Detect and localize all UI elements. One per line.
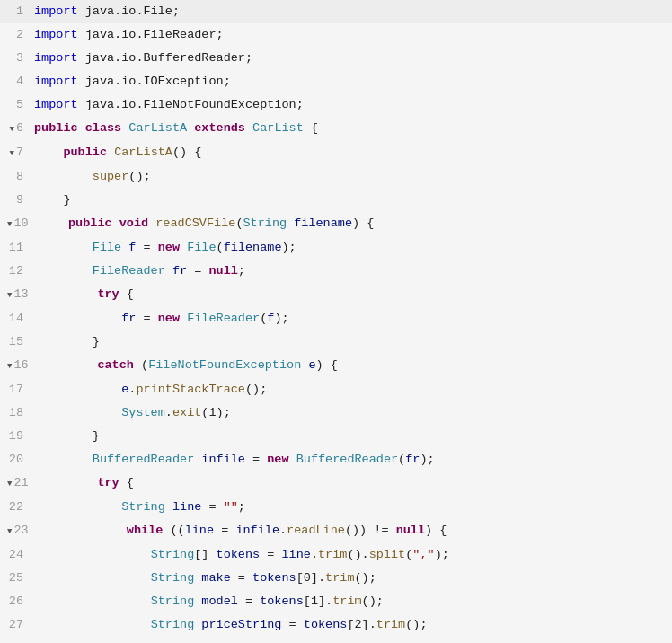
line-content: String make = tokens[0].trim();	[34, 567, 672, 590]
code-line: ▼21 try {	[0, 471, 672, 496]
line-content: import java.io.FileNotFoundException;	[34, 93, 672, 117]
line-content: System.exit(1);	[34, 401, 672, 425]
code-line: 20 BufferedReader infile = new BufferedR…	[0, 448, 672, 471]
code-line: ▼23 while ((line = infile.readLine()) !=…	[0, 519, 672, 543]
line-content: }	[34, 330, 672, 354]
code-line: ▼13 try {	[0, 283, 672, 307]
line-number: ▼23	[0, 519, 40, 543]
line-content: public CarListA() {	[34, 141, 672, 164]
code-line: 27 String priceString = tokens[2].trim()…	[0, 613, 672, 637]
code-line: 4import java.io.IOException;	[0, 70, 672, 93]
line-number: 26	[0, 590, 34, 613]
line-number: 17	[0, 378, 34, 401]
line-content: e.printStackTrace();	[34, 378, 672, 401]
line-number: 22	[0, 496, 34, 519]
code-line: 22 String line = "";	[0, 496, 672, 519]
line-content: catch (FileNotFoundException e) {	[40, 354, 672, 377]
code-line: 3import java.io.BufferedReader;	[0, 47, 672, 70]
code-line: 19 }	[0, 425, 672, 448]
code-editor: 1import java.io.File;2import java.io.Fil…	[0, 0, 672, 643]
code-line: 26 String model = tokens[1].trim();	[0, 590, 672, 613]
line-content: import java.io.FileReader;	[34, 23, 672, 47]
line-content: import java.io.BufferedReader;	[34, 47, 672, 70]
line-content: public void readCSVFile(String filename)…	[40, 212, 672, 235]
line-content: try {	[40, 283, 672, 306]
line-number: 25	[0, 567, 34, 590]
line-number: 11	[0, 236, 34, 260]
line-content: public class CarListA extends CarList {	[34, 117, 672, 140]
code-line: 15 }	[0, 330, 672, 354]
fold-triangle[interactable]: ▼	[7, 480, 12, 489]
line-content: FileReader fr = null;	[34, 260, 672, 283]
line-content: String line = "";	[34, 496, 672, 519]
code-line: 9 }	[0, 189, 672, 212]
line-number: 8	[0, 165, 34, 189]
line-number: ▼13	[0, 283, 40, 307]
line-number: 12	[0, 260, 34, 283]
code-line: 17 e.printStackTrace();	[0, 378, 672, 401]
line-number: 14	[0, 307, 34, 330]
line-content: }	[34, 189, 672, 212]
line-content: try {	[40, 471, 672, 495]
line-content: String priceString = tokens[2].trim();	[34, 613, 672, 637]
line-content: while ((line = infile.readLine()) != nul…	[40, 519, 672, 542]
line-number: 4	[0, 70, 34, 93]
line-number: ▼7	[0, 141, 34, 165]
code-line: 2import java.io.FileReader;	[0, 23, 672, 47]
code-line: 12 FileReader fr = null;	[0, 260, 672, 283]
fold-triangle[interactable]: ▼	[9, 149, 13, 158]
line-content: String model = tokens[1].trim();	[34, 590, 672, 613]
code-line: 1import java.io.File;	[0, 0, 672, 23]
fold-triangle[interactable]: ▼	[7, 527, 12, 536]
fold-triangle[interactable]: ▼	[7, 220, 12, 229]
line-number: 18	[0, 401, 34, 425]
line-number: 1	[0, 0, 34, 23]
line-content: }	[34, 425, 672, 448]
line-content: import java.io.IOException;	[34, 70, 672, 93]
fold-triangle[interactable]: ▼	[7, 362, 12, 371]
line-number: 5	[0, 93, 34, 117]
code-line: ▼16 catch (FileNotFoundException e) {	[0, 354, 672, 378]
line-number: 24	[0, 543, 34, 567]
line-content: String[] tokens = line.trim().split(",")…	[34, 543, 672, 567]
line-number: 2	[0, 23, 34, 47]
line-content: File f = new File(filename);	[34, 236, 672, 260]
line-content: BufferedReader infile = new BufferedRead…	[34, 448, 672, 471]
code-line: ▼6public class CarListA extends CarList …	[0, 117, 672, 141]
code-line: 18 System.exit(1);	[0, 401, 672, 425]
code-line: 14 fr = new FileReader(f);	[0, 307, 672, 330]
code-line: ▼7 public CarListA() {	[0, 141, 672, 165]
line-number: 9	[0, 189, 34, 212]
line-content: fr = new FileReader(f);	[34, 307, 672, 330]
fold-triangle[interactable]: ▼	[9, 125, 13, 134]
line-content: super();	[34, 165, 672, 189]
code-line: 24 String[] tokens = line.trim().split("…	[0, 543, 672, 567]
line-number: ▼16	[0, 354, 40, 378]
line-content: import java.io.File;	[34, 0, 672, 23]
line-number: ▼21	[0, 471, 40, 496]
code-line: 8 super();	[0, 165, 672, 189]
line-number: 19	[0, 425, 34, 448]
code-line: ▼10 public void readCSVFile(String filen…	[0, 212, 672, 236]
line-number: ▼6	[0, 117, 34, 141]
line-number: ▼10	[0, 212, 40, 236]
fold-triangle[interactable]: ▼	[7, 291, 12, 300]
line-number: 27	[0, 613, 34, 637]
line-number: 20	[0, 448, 34, 471]
code-line: 5import java.io.FileNotFoundException;	[0, 93, 672, 117]
code-line: 25 String make = tokens[0].trim();	[0, 567, 672, 590]
line-number: 15	[0, 330, 34, 354]
line-number: 3	[0, 47, 34, 70]
code-line: 11 File f = new File(filename);	[0, 236, 672, 260]
